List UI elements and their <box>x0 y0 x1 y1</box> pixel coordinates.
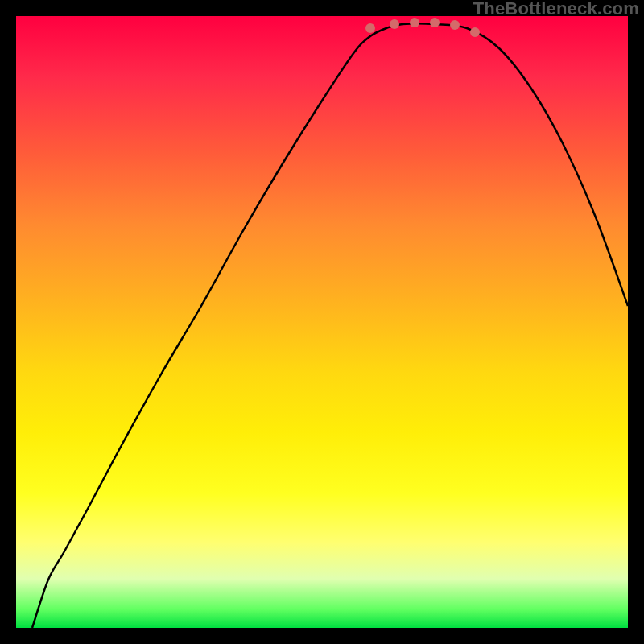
highlight-dot <box>390 19 399 29</box>
highlight-dot <box>470 27 480 37</box>
curve-layer <box>16 16 628 628</box>
highlight-dot <box>430 18 440 27</box>
chart-frame <box>16 16 628 628</box>
watermark-text: TheBottleneck.com <box>473 0 639 19</box>
highlight-dot <box>365 23 375 33</box>
highlight-dot <box>410 18 419 27</box>
highlight-dot <box>450 20 460 30</box>
bottleneck-curve <box>32 23 628 628</box>
